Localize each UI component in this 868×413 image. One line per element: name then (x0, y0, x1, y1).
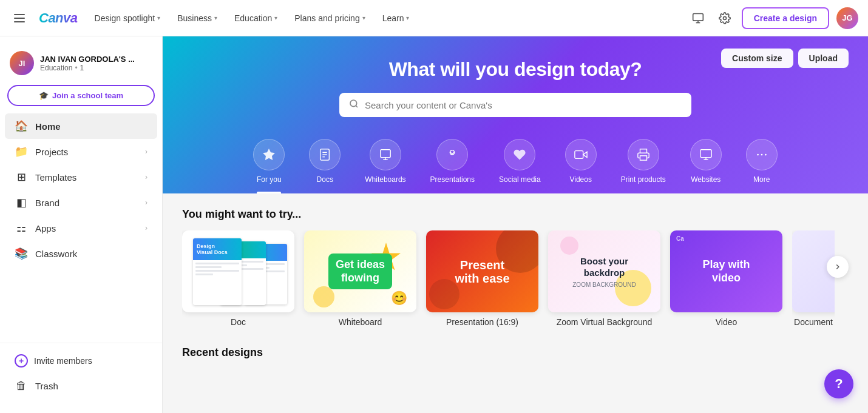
separator: • (75, 64, 77, 72)
try-section: You might want to try... Design (163, 193, 868, 346)
help-button[interactable]: ? (824, 369, 853, 398)
zoom-inner: Boost yourbackdrop ZOOM BACKGROUND (548, 230, 660, 312)
svg-line-5 (356, 106, 358, 107)
card-document[interactable]: REAL... Document (792, 230, 835, 327)
nav-learn[interactable]: Learn ▾ (375, 10, 417, 27)
scroll-right-button[interactable] (827, 256, 849, 278)
sidebar-item-projects[interactable]: 📁 Projects › (5, 139, 157, 164)
svg-point-22 (765, 154, 767, 156)
quick-item-more[interactable]: More (734, 132, 790, 193)
video-text: Play withvideo (702, 258, 750, 284)
search-input[interactable] (365, 100, 682, 110)
sidebar: JI JAN IVAN GORDOLA'S ... Education • 1 … (0, 36, 163, 413)
presentation-inner: Presentwith ease (426, 230, 538, 312)
brand-icon: ◧ (15, 196, 28, 209)
social-media-icon (504, 139, 535, 170)
videos-icon (565, 139, 597, 170)
whiteboards-icon (370, 139, 401, 170)
nav-design-spotlight[interactable]: Design spotlight ▾ (87, 10, 168, 27)
card-thumb-video: Ca Play withvideo (670, 230, 782, 312)
main-content: Custom size Upload What will you design … (163, 36, 868, 413)
card-presentation[interactable]: Presentwith ease Presentation (16:9) (426, 230, 538, 327)
card-label-presentation: Presentation (16:9) (426, 317, 538, 327)
presentations-icon (436, 139, 468, 170)
for-you-icon (253, 139, 285, 170)
quick-item-docs[interactable]: Docs (297, 132, 353, 193)
hero-actions: Custom size Upload (721, 49, 849, 68)
home-icon: 🏠 (15, 119, 28, 133)
try-section-title: You might want to try... (182, 208, 849, 221)
quick-item-whiteboards[interactable]: Whiteboards (353, 132, 418, 193)
nav-plans-pricing[interactable]: Plans and pricing ▾ (287, 10, 372, 27)
apps-icon: ⚏ (15, 221, 28, 235)
smiley-icon: 😊 (391, 290, 407, 306)
quick-item-websites[interactable]: Websites (678, 132, 734, 193)
avatar[interactable]: JG (836, 7, 858, 29)
svg-point-4 (350, 100, 357, 107)
quick-item-print-products[interactable]: Print products (609, 132, 678, 193)
canva-logo[interactable]: Canva (39, 10, 78, 26)
hamburger-menu[interactable] (10, 8, 29, 28)
chevron-down-icon: ▾ (362, 15, 365, 21)
chevron-right-icon: › (145, 224, 147, 232)
quick-item-social-media[interactable]: Social media (487, 132, 553, 193)
sidebar-navigation: 🏠 Home 📁 Projects › ⊞ Templates › ◧ Bran… (0, 113, 162, 338)
chevron-right-icon: › (145, 198, 147, 207)
zoom-text: Boost yourbackdrop (580, 255, 628, 279)
monitor-icon[interactable] (688, 8, 708, 28)
nav-business[interactable]: Business ▾ (170, 10, 225, 27)
whiteboard-text: Get ideasflowing (328, 254, 392, 289)
chevron-down-icon: ▾ (214, 15, 217, 21)
card-whiteboard[interactable]: Get ideasflowing 😊 Whiteboard (304, 230, 416, 327)
chevron-right-icon: › (145, 173, 147, 181)
print-products-icon (628, 139, 659, 170)
classwork-icon: 📚 (15, 247, 28, 260)
chevron-down-icon: ▾ (157, 15, 160, 21)
canva-watermark: Ca (676, 235, 684, 242)
create-design-button[interactable]: Create a design (742, 7, 829, 29)
top-navigation: Canva Design spotlight ▾ Business ▾ Educ… (0, 0, 868, 36)
svg-rect-0 (693, 13, 703, 21)
svg-marker-14 (583, 152, 586, 157)
chevron-down-icon: ▾ (406, 15, 409, 21)
templates-icon: ⊞ (15, 170, 28, 184)
nav-education[interactable]: Education ▾ (227, 10, 285, 27)
card-video[interactable]: Ca Play withvideo Video (670, 230, 782, 327)
chevron-down-icon: ▾ (274, 15, 277, 21)
quick-item-for-you[interactable]: For you (241, 132, 297, 193)
user-section: JI JAN IVAN GORDOLA'S ... Education • 1 (0, 46, 162, 85)
card-thumb-presentation: Presentwith ease (426, 230, 538, 312)
whiteboard-inner: Get ideasflowing 😊 (304, 230, 416, 312)
card-zoom[interactable]: Boost yourbackdrop ZOOM BACKGROUND Zoom … (548, 230, 660, 327)
card-thumb-doc: Design Visual DesignVisual Docs (182, 230, 294, 312)
custom-size-button[interactable]: Custom size (721, 49, 793, 68)
user-info: JAN IVAN GORDOLA'S ... Education • 1 (40, 55, 152, 72)
search-bar (339, 93, 691, 117)
upload-button[interactable]: Upload (798, 49, 849, 68)
svg-rect-17 (700, 150, 711, 158)
blob-shape (313, 286, 334, 307)
sidebar-footer: + Invite members 🗑 Trash (0, 343, 162, 403)
chevron-right-icon: › (145, 147, 147, 156)
user-subtitle: Education • 1 (40, 64, 152, 72)
recent-designs-title: Recent designs (182, 346, 849, 359)
join-school-button[interactable]: 🎓 Join a school team (7, 85, 155, 106)
svg-point-3 (723, 16, 726, 19)
user-avatar: JI (10, 51, 34, 75)
sidebar-item-classwork[interactable]: 📚 Classwork (5, 241, 157, 266)
sidebar-item-trash[interactable]: 🗑 Trash (5, 374, 157, 398)
svg-rect-10 (381, 150, 391, 158)
quick-item-videos[interactable]: Videos (553, 132, 609, 193)
card-label-document: Document (792, 317, 835, 327)
sidebar-item-home[interactable]: 🏠 Home (5, 113, 157, 139)
recent-designs-section: Recent designs (163, 346, 868, 383)
sidebar-item-templates[interactable]: ⊞ Templates › (5, 164, 157, 190)
quick-item-presentations[interactable]: Presentations (418, 132, 487, 193)
trash-icon: 🗑 (15, 380, 28, 392)
cards-container: Design Visual DesignVisual Docs (182, 230, 849, 332)
card-doc[interactable]: Design Visual DesignVisual Docs (182, 230, 294, 327)
gear-icon[interactable] (715, 8, 734, 28)
sidebar-item-apps[interactable]: ⚏ Apps › (5, 215, 157, 241)
sidebar-item-brand[interactable]: ◧ Brand › (5, 190, 157, 215)
invite-members-button[interactable]: + Invite members (5, 348, 157, 374)
